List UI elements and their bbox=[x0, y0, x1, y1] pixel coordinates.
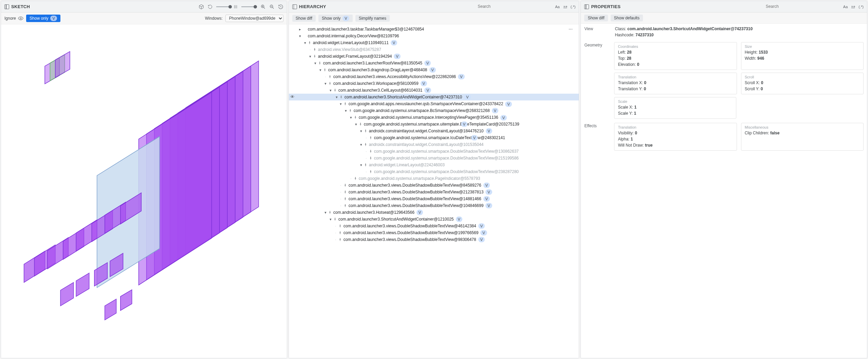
tree-row[interactable]: ▾com.google.android.apps.nexuslauncher.q… bbox=[289, 100, 579, 107]
show-only-button[interactable]: Show only V bbox=[318, 15, 353, 22]
sketch-canvas[interactable] bbox=[1, 24, 287, 358]
spacing-slider[interactable] bbox=[216, 4, 238, 9]
zoom-in-icon[interactable] bbox=[260, 4, 266, 10]
pin-icon[interactable] bbox=[369, 136, 373, 140]
tree-row[interactable]: ▾com.google.android.systemui.smartspace.… bbox=[289, 107, 579, 114]
pin-icon[interactable] bbox=[339, 95, 343, 99]
whole-word-icon[interactable] bbox=[850, 4, 856, 10]
history-icon[interactable] bbox=[278, 4, 283, 10]
pin-icon[interactable] bbox=[364, 143, 368, 147]
regex-icon[interactable]: (.*) bbox=[571, 5, 576, 9]
tree-row[interactable]: ·com.android.launcher3.views.DoubleShado… bbox=[289, 195, 579, 202]
tree-row[interactable]: ▾android.widget.FrameLayout@32194294V bbox=[289, 53, 579, 60]
pin-icon[interactable] bbox=[338, 238, 342, 242]
pin-icon[interactable] bbox=[358, 122, 363, 126]
pin-icon[interactable] bbox=[369, 170, 373, 174]
tree-row[interactable]: ▸com.android.launcher3.taskbar.TaskbarMa… bbox=[289, 26, 579, 33]
caret-icon[interactable]: ▾ bbox=[328, 216, 333, 222]
simplify-names-button[interactable]: Simplify names bbox=[355, 15, 390, 22]
pin-icon[interactable] bbox=[333, 88, 337, 92]
show-defaults-button[interactable]: Show defaults bbox=[611, 15, 643, 21]
tree-row[interactable]: ·com.android.launcher3.views.DoubleShado… bbox=[289, 202, 579, 209]
caret-icon[interactable]: ▾ bbox=[328, 87, 333, 93]
regex-icon[interactable]: (.*) bbox=[858, 5, 864, 9]
pin-icon[interactable] bbox=[313, 54, 317, 58]
tree-row[interactable]: ·com.google.android.systemui.smartspace.… bbox=[289, 155, 579, 162]
pin-icon[interactable] bbox=[369, 156, 373, 160]
properties-search-input[interactable] bbox=[766, 3, 841, 10]
caret-icon[interactable]: ▾ bbox=[318, 67, 323, 73]
pin-icon[interactable] bbox=[323, 68, 327, 72]
pin-icon[interactable] bbox=[338, 231, 342, 235]
pin-icon[interactable] bbox=[343, 197, 347, 201]
whole-word-icon[interactable] bbox=[562, 4, 568, 10]
caret-icon[interactable]: ▾ bbox=[298, 33, 302, 39]
match-case-icon[interactable]: Aa bbox=[555, 5, 559, 9]
pin-icon[interactable] bbox=[328, 210, 332, 214]
caret-icon[interactable]: ▾ bbox=[344, 108, 348, 114]
caret-icon[interactable]: ▾ bbox=[359, 128, 364, 134]
tree-row[interactable]: ▾com.android.launcher3.CellLayout@661040… bbox=[289, 87, 579, 94]
tree-row[interactable]: ▾com.android.launcher3.ShortcutAndWidget… bbox=[289, 216, 579, 223]
show-diff-button[interactable]: Show diff bbox=[584, 15, 608, 21]
tree-row[interactable]: ·com.google.android.systemui.smartspace.… bbox=[289, 134, 579, 141]
tree-row[interactable]: ▾com.android.launcher3.dragndrop.DragLay… bbox=[289, 67, 579, 73]
caret-icon[interactable]: ▸ bbox=[298, 26, 302, 32]
show-diff-button[interactable]: Show diff bbox=[292, 15, 316, 22]
caret-icon[interactable]: ▾ bbox=[359, 162, 364, 168]
pin-icon[interactable] bbox=[364, 129, 368, 133]
caret-icon[interactable]: ▾ bbox=[323, 80, 328, 87]
caret-icon[interactable]: ▾ bbox=[354, 121, 358, 127]
pin-icon[interactable] bbox=[353, 115, 357, 119]
tree-row[interactable]: 👁▾com.android.launcher3.ShortcutAndWidge… bbox=[289, 94, 579, 100]
tree-row[interactable]: ·com.android.launcher3.views.Accessibili… bbox=[289, 73, 579, 80]
rotate-icon[interactable] bbox=[207, 4, 213, 10]
pin-icon[interactable] bbox=[328, 75, 332, 79]
visibility-eye-icon[interactable]: 👁 bbox=[290, 94, 295, 100]
caret-icon[interactable]: ▾ bbox=[323, 209, 328, 215]
ignore-toggle[interactable]: Ignore bbox=[4, 16, 23, 21]
more-icon[interactable]: ⋯ bbox=[569, 26, 573, 32]
tree-row[interactable]: ▾androidx.constraintlayout.widget.Constr… bbox=[289, 128, 579, 134]
tree-row[interactable]: ·android.view.ViewStub@63475287 bbox=[289, 46, 579, 53]
tree-row[interactable]: ·com.google.android.systemui.smartspace.… bbox=[289, 148, 579, 155]
pin-icon[interactable] bbox=[348, 109, 352, 113]
pin-icon[interactable] bbox=[308, 41, 312, 45]
show-only-button[interactable]: Show only V bbox=[26, 15, 60, 22]
tree-row[interactable]: ▾com.android.launcher3.LauncherRootView@… bbox=[289, 60, 579, 67]
pin-icon[interactable] bbox=[343, 204, 347, 208]
tree-row[interactable]: ▾com.google.android.systemui.smartspace.… bbox=[289, 121, 579, 128]
tree-row[interactable]: ·com.google.android.systemui.smartspace.… bbox=[289, 175, 579, 182]
pin-icon[interactable] bbox=[353, 176, 357, 181]
caret-icon[interactable]: ▾ bbox=[308, 53, 313, 59]
caret-icon[interactable]: ▾ bbox=[303, 40, 308, 46]
tree-row[interactable]: ·com.google.android.systemui.smartspace.… bbox=[289, 168, 579, 175]
hierarchy-tree[interactable]: ▸com.android.launcher3.taskbar.TaskbarMa… bbox=[289, 24, 579, 358]
tree-row[interactable]: ·com.android.launcher3.views.DoubleShado… bbox=[289, 236, 579, 243]
tree-row[interactable]: ·com.android.launcher3.views.DoubleShado… bbox=[289, 182, 579, 189]
tree-row[interactable]: ·com.android.launcher3.views.DoubleShado… bbox=[289, 223, 579, 229]
tree-row[interactable]: ▾com.android.launcher3.Workspace@5810095… bbox=[289, 80, 579, 87]
tree-row[interactable]: ·com.android.launcher3.views.DoubleShado… bbox=[289, 189, 579, 195]
pin-icon[interactable] bbox=[318, 61, 322, 65]
match-case-icon[interactable]: Aa bbox=[843, 5, 848, 9]
pin-icon[interactable] bbox=[338, 224, 342, 228]
tree-row[interactable]: ▾com.google.android.systemui.smartspace.… bbox=[289, 114, 579, 121]
tree-row[interactable]: ▾android.widget.LinearLayout@110949111V bbox=[289, 39, 579, 46]
caret-icon[interactable]: ▾ bbox=[338, 101, 343, 107]
tree-row[interactable]: ·com.android.launcher3.views.DoubleShado… bbox=[289, 229, 579, 236]
tree-row[interactable]: ▾com.android.internal.policy.DecorView@8… bbox=[289, 33, 579, 39]
pin-icon[interactable] bbox=[343, 183, 347, 187]
hierarchy-search-input[interactable] bbox=[478, 3, 552, 10]
tree-row[interactable]: ▾android.widget.LinearLayout@224246003 bbox=[289, 162, 579, 168]
caret-icon[interactable]: ▾ bbox=[313, 60, 318, 66]
cube-icon[interactable] bbox=[199, 4, 204, 10]
depth-slider[interactable] bbox=[241, 6, 257, 7]
pin-icon[interactable] bbox=[343, 102, 347, 106]
tree-row[interactable]: ▾com.android.launcher3.Hotseat@129643566… bbox=[289, 209, 579, 216]
caret-icon[interactable]: ▾ bbox=[359, 141, 364, 148]
pin-icon[interactable] bbox=[343, 190, 347, 194]
tree-row[interactable]: ▾androidx.constraintlayout.widget.Constr… bbox=[289, 141, 579, 148]
pin-icon[interactable] bbox=[313, 48, 317, 52]
windows-select[interactable]: PhoneWindow@ad699de bbox=[225, 15, 283, 22]
